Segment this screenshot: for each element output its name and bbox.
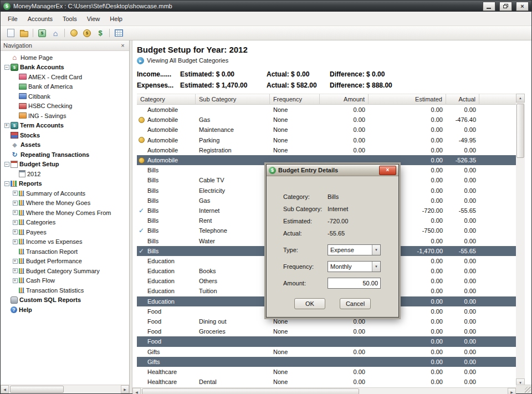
menu-item-view[interactable]: View [82,13,105,24]
expander-plus-icon[interactable]: + [11,229,19,234]
nav-item-amex-credit-card[interactable]: AMEX - Credit Card [1,72,129,82]
expander-plus-icon[interactable]: + [11,210,19,215]
income-summary: Income...... Estimated: $ 0.00 Actual: $… [137,70,531,78]
budget-setup-button[interactable] [112,27,125,39]
column-header-sub-category[interactable]: Sub Category [196,94,270,105]
scroll-left-button[interactable]: ◀ [1,385,9,393]
maximize-button[interactable] [499,2,512,11]
expander-plus-icon[interactable]: + [3,123,11,128]
column-header-estimated[interactable]: Estimated [369,94,446,105]
nav-item-repeating-transactions[interactable]: Repeating Transactions [1,150,129,160]
scroll-up-button[interactable]: ▲ [516,94,525,103]
budget-row[interactable]: AutomobileRegistrationNone0.000.000.00 [137,145,516,155]
budget-row[interactable]: AutomobileGasNone0.000.00-476.40 [137,115,516,125]
budget-row[interactable]: GiftsNone0.000.000.00 [137,347,516,357]
expander-plus-icon[interactable]: + [11,191,19,196]
menu-item-tools[interactable]: Tools [58,13,82,24]
nav-item-cash-flow[interactable]: +Cash Flow [1,276,129,286]
column-header-amount[interactable]: Amount [320,94,369,105]
cancel-button[interactable]: Cancel [340,298,371,309]
column-header-frequency[interactable]: Frequency [270,94,320,105]
nav-item-transaction-report[interactable]: Transaction Report [1,247,129,257]
close-pane-icon[interactable]: × [119,42,126,49]
budget-row[interactable]: AutomobileParkingNone0.000.00-49.95 [137,135,516,145]
organize-categories-button[interactable] [67,27,80,39]
budget-row[interactable]: Gifts0.000.00 [137,357,516,367]
nav-item-reports[interactable]: −Reports [1,179,129,189]
expander-minus-icon[interactable]: − [3,162,11,167]
column-header-actual[interactable]: Actual [446,94,479,105]
budget-row[interactable]: HealthcareNone0.000.000.00 [137,367,516,377]
nav-item-categories[interactable]: +Categories [1,218,129,228]
nav-item-bank-accounts[interactable]: −Bank Accounts [1,63,129,73]
budget-row[interactable]: FoodDining outNone0.000.000.00 [137,316,516,326]
nav-item-bank-of-america[interactable]: Bank of America [1,82,129,92]
expander-plus-icon[interactable]: + [11,201,19,206]
column-header-category[interactable]: Category [137,94,196,105]
dialog-titlebar[interactable]: Budget Entry Details × [267,165,398,176]
chevron-down-icon[interactable]: ▼ [372,262,380,272]
expander-plus-icon[interactable]: + [11,268,19,273]
nav-item-ing-savings[interactable]: ING - Savings [1,111,129,121]
nav-item-budget-category-summary[interactable]: +Budget Category Summary [1,266,129,276]
nav-item-budget-performance[interactable]: +Budget Performance [1,257,129,267]
vertical-scroll-track[interactable] [516,103,525,378]
frequency-select[interactable]: Monthly ▼ [328,261,381,272]
nav-item-hsbc-checking[interactable]: HSBC Checking [1,101,129,111]
nav-item-help[interactable]: Help [1,305,129,315]
nav-item-citibank[interactable]: Citibank [1,91,129,101]
budget-row[interactable]: FoodGroceriesNone0.000.000.00 [137,326,516,336]
menu-item-help[interactable]: Help [105,13,127,24]
expander-minus-icon[interactable]: − [3,65,11,70]
nav-item-2012[interactable]: 2012 [1,169,129,179]
expander-minus-icon[interactable]: − [3,181,11,186]
expander-plus-icon[interactable]: + [11,278,19,283]
nav-item-payees[interactable]: +Payees [1,227,129,237]
expander-plus-icon[interactable]: + [11,259,19,264]
view-filter[interactable]: Viewing All Budget Categories [137,57,531,64]
menu-item-file[interactable]: File [3,13,23,24]
organize-payees-button[interactable] [80,27,94,39]
nav-item-assets[interactable]: Assets [1,140,129,150]
nav-item-term-accounts[interactable]: +Term Accounts [1,121,129,131]
table-horizontal-scrollbar[interactable]: ◀ ▶ [132,387,516,394]
expander-plus-icon[interactable]: + [11,239,19,244]
horizontal-scroll-thumb[interactable] [142,388,359,394]
budget-row[interactable]: Food0.000.00 [137,336,516,346]
currency-button[interactable] [94,27,107,39]
nav-item-stocks[interactable]: Stocks [1,130,129,140]
nav-item-summary-of-accounts[interactable]: +Summary of Accounts [1,188,129,198]
nav-item-custom-sql-reports[interactable]: Custom SQL Reports [1,295,129,305]
chevron-down-icon[interactable]: ▼ [372,245,380,255]
nav-item-budget-setup[interactable]: −Budget Setup [1,160,129,170]
nav-item-transaction-statistics[interactable]: Transaction Statistics [1,285,129,295]
budget-row[interactable]: HealthcareDentalNone0.000.000.00 [137,377,516,387]
ok-button[interactable]: OK [294,298,325,309]
table-vertical-scrollbar[interactable]: ▲ ▼ [516,94,525,387]
budget-row[interactable]: AutomobileNone0.000.000.00 [137,105,516,115]
horizontal-scroll-thumb[interactable] [10,386,64,393]
vertical-scroll-thumb[interactable] [516,104,524,158]
resize-grip[interactable] [516,385,531,393]
scroll-right-button[interactable]: ▶ [508,388,516,394]
nav-item-where-the-money-goes[interactable]: +Where the Money Goes [1,198,129,208]
scroll-left-button[interactable]: ◀ [132,388,141,394]
menu-item-accounts[interactable]: Accounts [23,13,58,24]
nav-item-where-the-money-comes-from[interactable]: +Where the Money Comes From [1,208,129,218]
home-page-button[interactable] [49,27,62,39]
nav-horizontal-scrollbar[interactable]: ◀ ▶ [1,385,129,393]
amount-input[interactable] [328,278,381,289]
expander-plus-icon[interactable]: + [11,220,19,225]
minimize-button[interactable] [483,2,495,11]
new-database-button[interactable] [4,27,17,39]
close-button[interactable]: × [516,2,529,11]
budget-row[interactable]: AutomobileMaintenanceNone0.000.000.00 [137,125,516,135]
new-account-button[interactable] [35,27,49,39]
window-titlebar[interactable]: MoneyManagerEx : C:\Users\Stef\Desktop\s… [1,1,531,12]
nav-item-income-vs-expenses[interactable]: +Income vs Expenses [1,237,129,247]
dialog-close-button[interactable]: × [379,166,396,175]
scroll-right-button[interactable]: ▶ [121,385,129,393]
type-select[interactable]: Expense ▼ [328,244,381,255]
open-database-button[interactable] [17,27,30,39]
nav-item-home-page[interactable]: Home Page [1,53,129,63]
